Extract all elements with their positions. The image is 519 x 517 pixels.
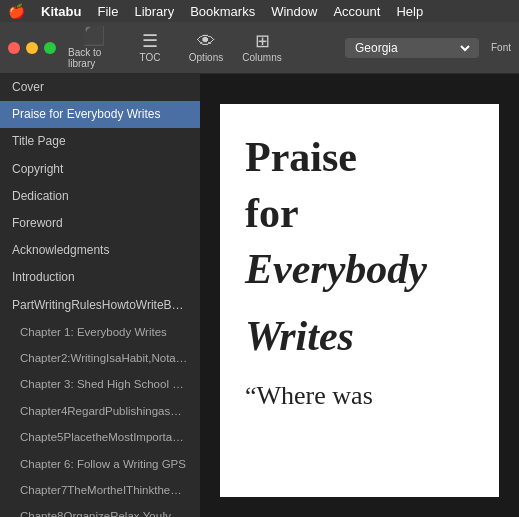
sidebar-item-ch2[interactable]: Chapter2:WritingIsaHabit,NotanArt	[0, 345, 200, 371]
praise-title-line1: Praise	[245, 134, 474, 180]
toolbar: ⬛ Back to library ☰ TOC 👁 Options ⊞ Colu…	[0, 22, 519, 74]
content-pane: Praise for Everybody Writes “Where was	[200, 74, 519, 517]
menu-account[interactable]: Account	[333, 4, 380, 19]
back-to-library-button[interactable]: ⬛ Back to library	[68, 26, 120, 70]
sidebar-item-copyright[interactable]: Copyright	[0, 156, 200, 183]
main-area: CoverPraise for Everybody WritesTitle Pa…	[0, 74, 519, 517]
book-page: Praise for Everybody Writes “Where was	[220, 104, 499, 497]
sidebar-item-introduction[interactable]: Introduction	[0, 264, 200, 291]
sidebar-item-ch6[interactable]: Chapter 6: Follow a Writing GPS	[0, 451, 200, 477]
menu-kitabu[interactable]: Kitabu	[41, 4, 81, 19]
praise-title-line4: Writes	[245, 313, 474, 359]
menubar: 🍎 Kitabu File Library Bookmarks Window A…	[0, 0, 519, 22]
menu-window[interactable]: Window	[271, 4, 317, 19]
menu-file[interactable]: File	[97, 4, 118, 19]
columns-icon: ⊞	[255, 32, 270, 50]
back-icon: ⬛	[83, 27, 105, 45]
sidebar-item-acknowledgments[interactable]: Acknowledgments	[0, 237, 200, 264]
sidebar-item-ch1[interactable]: Chapter 1: Everybody Writes	[0, 319, 200, 345]
sidebar: CoverPraise for Everybody WritesTitle Pa…	[0, 74, 200, 517]
toc-icon: ☰	[142, 32, 158, 50]
sidebar-item-title[interactable]: Title Page	[0, 128, 200, 155]
menu-help[interactable]: Help	[396, 4, 423, 19]
font-label: Font	[491, 42, 511, 53]
praise-title-line2: for	[245, 190, 474, 236]
toc-label: TOC	[140, 52, 161, 63]
book-quote: “Where was	[245, 379, 474, 413]
options-button[interactable]: 👁 Options	[180, 26, 232, 70]
minimize-button[interactable]	[26, 42, 38, 54]
menu-bookmarks[interactable]: Bookmarks	[190, 4, 255, 19]
menu-library[interactable]: Library	[134, 4, 174, 19]
traffic-lights	[8, 42, 56, 54]
sidebar-item-ch8[interactable]: Chapte8OrganizeRelax,YouIveGotThis	[0, 503, 200, 517]
close-button[interactable]	[8, 42, 20, 54]
back-label: Back to library	[68, 47, 120, 69]
fullscreen-button[interactable]	[44, 42, 56, 54]
sidebar-item-ch4[interactable]: Chapter4RegardPublishingasaPrivilege	[0, 398, 200, 424]
sidebar-item-part[interactable]: PartWritingRulesHowtoWriteBetter(andH...	[0, 292, 200, 319]
praise-title-line3: Everybody	[245, 246, 474, 292]
sidebar-item-ch3[interactable]: Chapter 3: Shed High School Rules	[0, 371, 200, 397]
sidebar-item-ch5[interactable]: Chapte5PlacetheMostImportantWord...	[0, 424, 200, 450]
columns-button[interactable]: ⊞ Columns	[236, 26, 288, 70]
sidebar-item-praise[interactable]: Praise for Everybody Writes	[0, 101, 200, 128]
sidebar-item-dedication[interactable]: Dedication	[0, 183, 200, 210]
columns-label: Columns	[242, 52, 281, 63]
sidebar-item-foreword[interactable]: Foreword	[0, 210, 200, 237]
font-dropdown[interactable]: Georgia Helvetica Times New Roman	[351, 40, 473, 56]
font-selector[interactable]: Georgia Helvetica Times New Roman	[345, 38, 479, 58]
apple-menu[interactable]: 🍎	[8, 3, 25, 19]
sidebar-item-ch7[interactable]: Chapter7TheMortheIThinktheEasieth...	[0, 477, 200, 503]
options-label: Options	[189, 52, 223, 63]
sidebar-item-cover[interactable]: Cover	[0, 74, 200, 101]
eye-icon: 👁	[197, 32, 215, 50]
toc-button[interactable]: ☰ TOC	[124, 26, 176, 70]
